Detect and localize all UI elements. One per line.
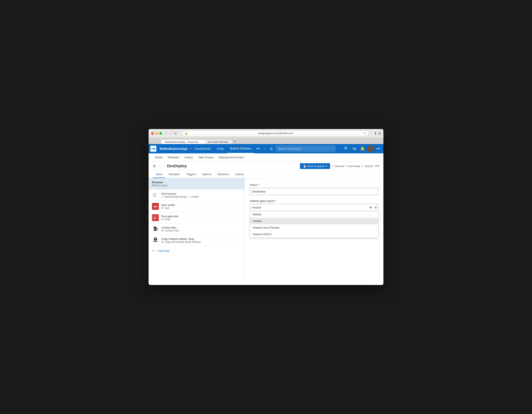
forward-button[interactable]: › xyxy=(169,131,172,135)
task-detail-archive: ⊞ Archive Files xyxy=(162,229,241,232)
breadcrumb-ellipsis[interactable]: ··· xyxy=(158,165,161,168)
minimize-button[interactable] xyxy=(155,132,158,135)
tab-retention[interactable]: Retention xyxy=(215,171,232,178)
sub-nav-library[interactable]: Library xyxy=(182,153,195,161)
npm-detail-icon: ⊞ xyxy=(162,207,163,209)
dropdown-option-hosted-vs2017[interactable]: Hosted VS2017 xyxy=(250,231,378,237)
process-section[interactable]: Process Build process xyxy=(149,178,244,189)
new-tab-button[interactable]: + xyxy=(232,139,238,144)
nav-more[interactable]: ••• xyxy=(255,147,262,151)
new-tab-button[interactable]: ⧉ xyxy=(379,131,381,135)
summary-icon: ≡ xyxy=(346,165,348,168)
agent-queue-form-group: Default agent queue * Hosted ▾ ↻ ⚙ Defau… xyxy=(250,199,378,211)
process-title: Process xyxy=(152,181,241,184)
process-subtitle: Build process xyxy=(152,184,241,187)
tab-tasks[interactable]: Tasks xyxy=(153,171,165,178)
cart-icon-button[interactable]: 🛍 xyxy=(351,145,358,152)
task-item-gulp[interactable]: G Run gulp task ⊞ Gulp xyxy=(149,212,244,223)
nav-build-release[interactable]: Build & Release xyxy=(227,144,254,153)
sub-nav-task-groups[interactable]: Task Groups xyxy=(196,153,216,161)
reader-button[interactable]: ⊡ xyxy=(174,132,177,135)
vs-navbar: MyNewExpressApp ▾ Dashboards Code Build … xyxy=(149,144,383,153)
add-task-icon: + xyxy=(152,249,154,253)
branch-icon: ⑂ xyxy=(188,195,190,198)
close-button[interactable] xyxy=(151,132,154,135)
manage-queue-button[interactable]: ⚙ xyxy=(374,205,377,210)
dropdown-option-hosted-linux[interactable]: Hosted Linux Preview xyxy=(250,224,378,231)
nav-arrows: ‹ › xyxy=(165,131,172,135)
title-bar-actions: ⬆ ⧉ xyxy=(374,131,381,135)
tab-left[interactable]: MyNewExpressApp - Visual Studio Team Ser… xyxy=(162,140,204,144)
queue-icon: ▷ xyxy=(362,165,364,168)
task-icon-archive: 🗜 xyxy=(152,226,159,232)
repo-icon: ◇ xyxy=(162,195,163,198)
svg-rect-5 xyxy=(154,195,156,195)
page-actions: 💾 Save & queue ▾ ↩ Discard ≡ Summary ▷ Q… xyxy=(300,163,379,169)
task-name-publish: Copy Publish Artifact: drop xyxy=(162,237,241,241)
traffic-lights xyxy=(151,132,162,135)
nav-dashboards[interactable]: Dashboards xyxy=(192,144,213,153)
tab-history[interactable]: History xyxy=(233,171,246,178)
search-icon-button[interactable]: 🔍 xyxy=(343,145,350,152)
refresh-button[interactable]: ↻ xyxy=(364,132,366,135)
right-panel: Name * Default agent queue * Hosted ▾ ↻ xyxy=(245,178,383,285)
tab-right[interactable]: New Build Definition xyxy=(204,140,232,144)
task-info-publish: Copy Publish Artifact: drop ⊞ Copy and P… xyxy=(162,237,241,244)
sub-nav-releases[interactable]: Releases xyxy=(165,153,181,161)
task-info-npm: npm install ⊞ npm xyxy=(162,203,241,210)
search-input[interactable] xyxy=(276,146,336,152)
tab-triggers[interactable]: Triggers xyxy=(183,171,198,178)
address-bar: 🔒 bradymgaster.visualstudio.com ↻ xyxy=(183,130,368,136)
agent-queue-required-star: * xyxy=(276,199,277,203)
refresh-queue-button[interactable]: ↻ xyxy=(370,205,373,210)
publish-detail-icon: ⊞ xyxy=(162,241,163,243)
more-button[interactable]: ••• xyxy=(375,164,379,168)
task-item-get-sources[interactable]: Get sources ◇ MyNewExpressApp ⑂ master xyxy=(149,189,244,201)
task-item-publish[interactable]: Copy Publish Artifact: drop ⊞ Copy and P… xyxy=(149,235,244,246)
task-name-get-sources: Get sources xyxy=(162,192,241,195)
back-button[interactable]: ‹ xyxy=(165,131,168,135)
title-bar: ‹ › ⊡ 🔒 bradymgaster.visualstudio.com ↻ … xyxy=(149,129,383,138)
archive-detail-icon: ⊞ xyxy=(162,229,163,232)
bell-icon-button[interactable]: 🔔 xyxy=(359,145,366,152)
nav-code[interactable]: Code xyxy=(214,144,226,153)
sub-nav-deployment-groups[interactable]: Deployment Groups* xyxy=(217,153,247,161)
discard-icon: ↩ xyxy=(332,165,334,168)
name-required-star: * xyxy=(258,183,259,187)
breadcrumb-icon: ⚙ xyxy=(153,164,156,168)
agent-queue-dropdown-container: Hosted ▾ ↻ ⚙ Default Hosted Hosted Linux… xyxy=(250,204,378,211)
name-form-group: Name * xyxy=(250,183,378,195)
settings-icon[interactable]: ⚙ xyxy=(268,147,275,151)
dropdown-option-default[interactable]: Default xyxy=(250,211,378,218)
npm-logo: npm xyxy=(152,203,159,210)
task-name-npm: npm install xyxy=(162,203,241,207)
task-item-archive[interactable]: 🗜 Archive files ⊞ Archive Files xyxy=(149,223,244,235)
task-item-npm[interactable]: npm npm install ⊞ npm xyxy=(149,201,244,212)
tabs-bar: Tasks Variables Triggers Options Retenti… xyxy=(149,171,383,178)
svg-rect-6 xyxy=(154,196,156,196)
project-name[interactable]: MyNewExpressApp xyxy=(158,147,189,150)
dropdown-option-hosted[interactable]: Hosted xyxy=(250,218,378,224)
name-input[interactable] xyxy=(250,188,378,195)
lock-icon: 🔒 xyxy=(185,132,188,135)
more-icon-button[interactable]: ••• xyxy=(375,145,382,152)
task-info-get-sources: Get sources ◇ MyNewExpressApp ⑂ master xyxy=(162,192,241,198)
task-name-gulp: Run gulp task xyxy=(162,215,241,218)
tab-variables[interactable]: Variables xyxy=(166,171,182,178)
agent-queue-dropdown[interactable]: Hosted xyxy=(250,204,378,211)
avatar[interactable]: 👤 xyxy=(367,146,374,152)
gulp-detail-icon: ⊞ xyxy=(162,218,163,221)
task-name-archive: Archive files xyxy=(162,226,241,229)
share-button[interactable]: ⬆ xyxy=(374,131,377,135)
save-queue-button[interactable]: 💾 Save & queue ▾ xyxy=(300,163,330,169)
queue-button[interactable]: ▷ Queue xyxy=(362,165,373,168)
maximize-button[interactable] xyxy=(159,132,162,135)
svg-text:G: G xyxy=(154,216,156,219)
dropdown-action-icons: ↻ ⚙ xyxy=(370,205,377,210)
sub-nav-builds[interactable]: Builds xyxy=(153,153,165,161)
summary-button[interactable]: ≡ Summary xyxy=(346,165,360,168)
add-task-button[interactable]: + + Add Task xyxy=(149,246,244,256)
tab-options[interactable]: Options xyxy=(200,171,214,178)
discard-button[interactable]: ↩ Discard xyxy=(332,165,344,168)
svg-rect-1 xyxy=(153,193,154,194)
